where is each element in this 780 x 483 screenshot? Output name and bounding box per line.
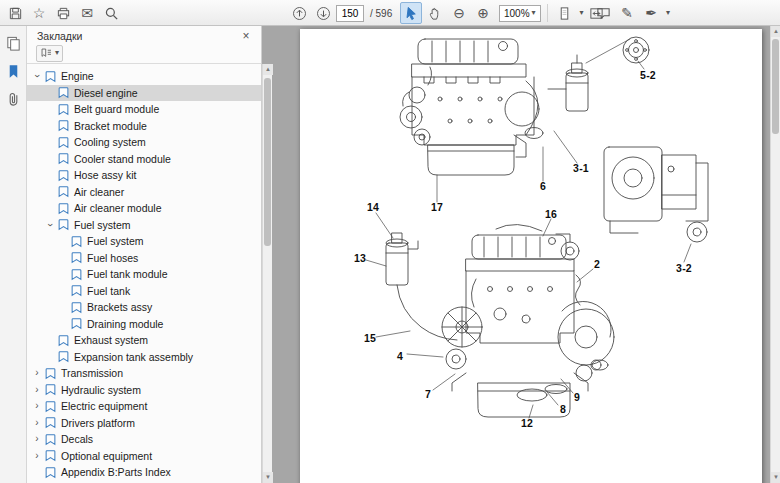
zoom-level-select[interactable]: 100% ▾ <box>499 5 541 22</box>
bookmark-item[interactable]: Air cleaner <box>27 184 261 201</box>
hand-tool-icon[interactable] <box>424 2 446 24</box>
bookmark-item[interactable]: Diesel engine <box>27 85 261 102</box>
part-callout: 15 <box>364 332 376 344</box>
attachments-icon[interactable] <box>3 89 24 110</box>
bookmarks-panel-toolbar: ▾ <box>27 43 261 64</box>
bookmark-item[interactable]: Drivers platform <box>27 415 261 432</box>
part-callout: 16 <box>545 208 557 220</box>
zoom-out-icon[interactable]: ⊖ <box>448 2 470 24</box>
chevron-right-icon[interactable] <box>31 368 43 378</box>
close-icon[interactable]: × <box>239 29 253 43</box>
content-scrollbar[interactable]: ▲ ▼ <box>770 26 780 483</box>
bookmark-item[interactable]: Hydraulic system <box>27 382 261 399</box>
bookmark-icon <box>57 86 70 99</box>
bookmark-item[interactable]: Appendix B:Parts Index <box>27 464 261 481</box>
email-icon[interactable]: ✉ <box>76 2 98 24</box>
part-callout: 7 <box>425 388 431 400</box>
print-icon[interactable] <box>52 2 74 24</box>
content-scrollbar-thumb[interactable] <box>772 39 779 134</box>
bookmark-item[interactable]: Fuel tank module <box>27 266 261 283</box>
bookmark-item-label: Decals <box>61 433 93 445</box>
part-callout: 6 <box>540 180 546 192</box>
bookmark-item[interactable]: Fuel system <box>27 217 261 234</box>
star-icon[interactable]: ☆ <box>28 2 50 24</box>
part-callout: 17 <box>431 201 443 213</box>
chevron-down-icon[interactable]: ▾ <box>666 9 670 17</box>
panel-scrollbar-thumb[interactable] <box>264 78 271 246</box>
bookmark-item-label: Exhaust system <box>74 334 148 346</box>
toolbar-file-group: ☆ ✉ <box>4 0 122 26</box>
bookmark-item[interactable]: Exhaust system <box>27 332 261 349</box>
toolbar-tools-group: ⊖ ⊕ 100% ▾ ▾ <box>400 0 608 26</box>
sign-pen-icon[interactable]: ✒ <box>640 2 662 24</box>
page-thumbnails-icon[interactable] <box>3 33 24 54</box>
bookmark-item-label: Belt guard module <box>74 103 159 115</box>
chevron-right-icon[interactable] <box>31 451 43 461</box>
chevron-down-icon[interactable] <box>44 220 56 230</box>
chevron-down-icon: ▾ <box>532 9 536 17</box>
scroll-up-icon[interactable]: ▲ <box>263 64 273 75</box>
fuel-filter-bottom <box>386 233 457 340</box>
comment-icon[interactable] <box>592 2 614 24</box>
bookmark-item[interactable]: Cooler stand module <box>27 151 261 168</box>
bookmark-item[interactable]: Cooling system <box>27 134 261 151</box>
chevron-down-icon[interactable] <box>31 71 43 81</box>
chevron-right-icon[interactable] <box>31 434 43 444</box>
bookmark-item[interactable]: Transmission <box>27 365 261 382</box>
bookmark-item-label: Appendix B:Parts Index <box>61 466 171 478</box>
bookmark-item-label: Fuel tank module <box>87 268 168 280</box>
select-tool-icon[interactable] <box>400 2 422 24</box>
bookmark-item[interactable]: Decals <box>27 431 261 448</box>
bookmark-item[interactable]: Fuel system <box>27 233 261 250</box>
bookmark-item[interactable]: Brackets assy <box>27 299 261 316</box>
panel-scrollbar[interactable]: ▲ ▼ <box>262 64 272 483</box>
bookmark-item[interactable]: Electric equipment <box>27 398 261 415</box>
bookmark-item[interactable]: Optional equipment <box>27 448 261 465</box>
scroll-up-icon[interactable]: ▲ <box>771 26 780 37</box>
part-callout: 12 <box>521 417 533 429</box>
engine-top-view <box>400 39 543 175</box>
bookmark-item[interactable]: Air cleaner module <box>27 200 261 217</box>
bookmark-item-label: Fuel hoses <box>87 252 138 264</box>
bookmark-item[interactable]: Expansion tank assembly <box>27 349 261 366</box>
bookmark-icon <box>57 152 70 165</box>
save-icon[interactable] <box>4 2 26 24</box>
bookmark-item-label: Drivers platform <box>61 417 135 429</box>
bookmark-icon <box>57 103 70 116</box>
scroll-down-icon[interactable]: ▼ <box>263 472 273 483</box>
toolbar-comment-group: ✎ ✒ ▾ <box>592 0 670 26</box>
bookmark-options-button[interactable]: ▾ <box>36 45 63 62</box>
page-display-icon[interactable] <box>554 2 576 24</box>
pencil-icon[interactable]: ✎ <box>616 2 638 24</box>
bookmarks-panel: Закладки × ▾ EngineDiesel engineBelt gua… <box>27 26 262 483</box>
bookmark-item[interactable]: Engine <box>27 68 261 85</box>
part-callout: 13 <box>354 252 366 264</box>
bookmark-item[interactable]: Draining module <box>27 316 261 333</box>
part-callout: 5-2 <box>640 69 656 81</box>
bookmark-item[interactable]: Fuel tank <box>27 283 261 300</box>
previous-page-icon[interactable] <box>288 2 310 24</box>
bookmark-item[interactable]: Fuel hoses <box>27 250 261 267</box>
chevron-down-icon[interactable]: ▾ <box>580 9 584 17</box>
search-icon[interactable] <box>100 2 122 24</box>
bookmark-item[interactable]: Hose assy kit <box>27 167 261 184</box>
toolbar: ☆ ✉ / 596 ⊖ ⊕ 100% ▾ <box>0 0 780 26</box>
bookmark-item-label: Diesel engine <box>74 87 138 99</box>
page-number-input[interactable] <box>336 5 364 22</box>
bookmark-icon <box>44 433 57 446</box>
zoom-in-icon[interactable]: ⊕ <box>472 2 494 24</box>
bookmark-item[interactable]: Belt guard module <box>27 101 261 118</box>
bookmark-item-label: Expansion tank assembly <box>74 351 193 363</box>
chevron-right-icon[interactable] <box>31 401 43 411</box>
chevron-right-icon[interactable] <box>31 385 43 395</box>
bookmarks-panel-icon[interactable] <box>3 61 24 82</box>
scroll-down-icon[interactable]: ▼ <box>771 472 780 483</box>
chevron-right-icon[interactable] <box>31 418 43 428</box>
bookmark-item[interactable]: Bracket module <box>27 118 261 135</box>
bookmark-icon <box>57 185 70 198</box>
bookmark-icon <box>70 317 83 330</box>
next-page-icon[interactable] <box>312 2 334 24</box>
bookmark-item-label: Engine <box>61 70 94 82</box>
bookmark-item-label: Brackets assy <box>87 301 152 313</box>
document-page: 5-23-161714161323-215479812 <box>300 29 762 483</box>
